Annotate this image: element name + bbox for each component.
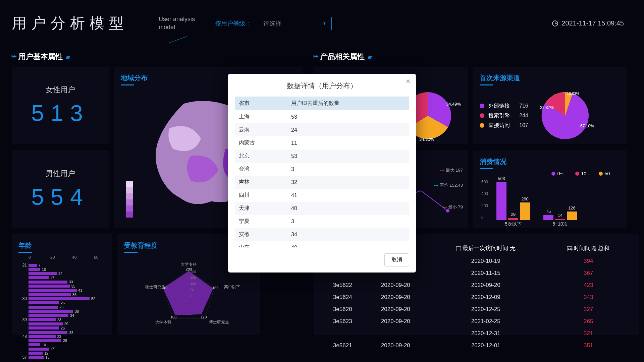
modal-table: 省市 用户ID去重后的数量 上海53云南24内蒙古11北京53台湾3吉林32四川… — [235, 97, 409, 247]
table-row[interactable]: 台湾3 — [235, 163, 409, 176]
modal-title: 数据详情（用户分布） — [228, 74, 416, 97]
table-row[interactable]: 宁夏3 — [235, 215, 409, 228]
table-row[interactable]: 云南24 — [235, 123, 409, 136]
cancel-button[interactable]: 取消 — [384, 253, 409, 266]
table-row[interactable]: 吉林32 — [235, 176, 409, 189]
modal-col-count: 用户ID去重后的数量 — [287, 97, 409, 110]
table-row[interactable]: 天津40 — [235, 202, 409, 215]
table-row[interactable]: 上海53 — [235, 110, 409, 123]
table-row[interactable]: 北京53 — [235, 149, 409, 163]
table-row[interactable]: 四川41 — [235, 189, 409, 202]
table-row[interactable]: 内蒙古11 — [235, 136, 409, 149]
close-icon[interactable]: ✕ — [406, 78, 411, 85]
modal-backdrop[interactable]: ✕ 数据详情（用户分布） 省市 用户ID去重后的数量 上海53云南24内蒙古11… — [0, 0, 644, 362]
data-detail-modal: ✕ 数据详情（用户分布） 省市 用户ID去重后的数量 上海53云南24内蒙古11… — [228, 74, 416, 273]
table-row[interactable]: 安徽34 — [235, 228, 409, 241]
table-row[interactable]: 山东40 — [235, 241, 409, 247]
modal-col-province: 省市 — [235, 97, 287, 110]
